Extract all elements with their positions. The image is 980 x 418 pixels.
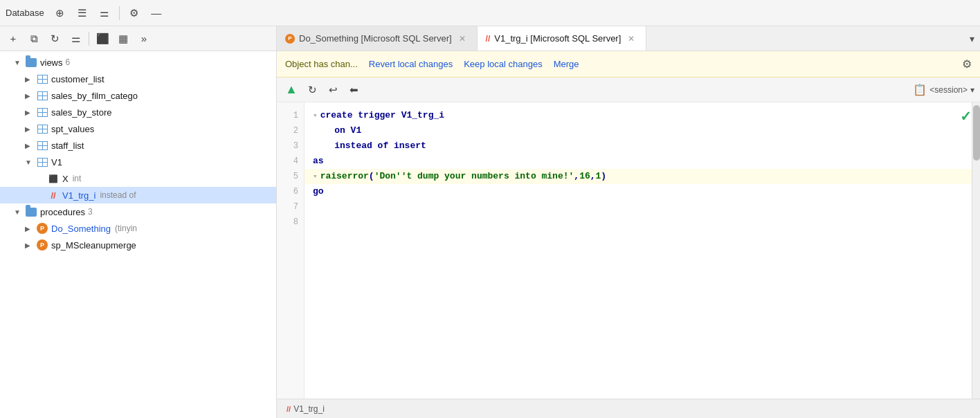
tabs-chevron[interactable]: ▾ bbox=[964, 33, 980, 44]
code-line-6: go bbox=[305, 184, 980, 199]
separator bbox=[119, 6, 120, 20]
view-icon-staff-list bbox=[36, 139, 48, 152]
bottom-tab-trigger-icon: // bbox=[287, 405, 291, 413]
code-line-5: ▾raiserror('Don''t dump your numbers int… bbox=[305, 169, 980, 184]
label-x: X bbox=[62, 174, 69, 184]
session-icon: 📋 bbox=[913, 83, 927, 96]
view-button[interactable]: ⬛ bbox=[93, 30, 111, 48]
line-num-1: 1 bbox=[277, 108, 304, 123]
line-num-2: 2 bbox=[277, 123, 304, 138]
fold-icon-1[interactable]: ▾ bbox=[313, 108, 318, 123]
label-customer-list: customer_list bbox=[51, 74, 105, 84]
sidebar-item-x-column[interactable]: ⬛ X int bbox=[0, 170, 276, 187]
code-line-2: on V1 bbox=[305, 123, 980, 138]
merge-button[interactable]: Merge bbox=[554, 59, 579, 69]
minimize-button[interactable]: — bbox=[147, 4, 165, 22]
view-icon-sales-film bbox=[36, 89, 48, 102]
refresh-editor-button[interactable]: ↻ bbox=[303, 81, 321, 99]
sidebar-toolbar: + ⧉ ↻ ⚌ ⬛ ▦ » bbox=[0, 26, 276, 51]
column-icon-x: ⬛ bbox=[47, 172, 60, 185]
sidebar-item-procedures[interactable]: ▼ procedures 3 bbox=[0, 203, 276, 220]
keep-local-changes-button[interactable]: Keep local changes bbox=[464, 59, 542, 69]
kw-create-trigger: create trigger bbox=[320, 108, 396, 123]
add-item-button[interactable]: + bbox=[4, 30, 22, 48]
label-staff-list: staff_list bbox=[51, 140, 84, 151]
tab-v1-trg-i[interactable]: // V1_trg_i [Microsoft SQL Server] ✕ bbox=[478, 26, 647, 51]
fn-raiserror: raiserror bbox=[320, 169, 369, 184]
sidebar-item-do-something[interactable]: ▶ P Do_Something (tinyin bbox=[0, 220, 276, 237]
filter-button[interactable]: ⚌ bbox=[66, 30, 84, 48]
notification-settings-icon[interactable]: ⚙ bbox=[962, 57, 972, 71]
meta-do-something: (tinyin bbox=[115, 224, 137, 233]
meta-x: int bbox=[73, 174, 82, 183]
trigger-icon-v1-trg-i: // bbox=[47, 189, 60, 201]
bottom-tab-v1-trg-i[interactable]: // V1_trg_i bbox=[282, 403, 329, 415]
fold-icon-5[interactable]: ▾ bbox=[313, 169, 318, 184]
code-paren2: ) bbox=[601, 169, 606, 184]
sidebar-item-spt-values[interactable]: ▶ spt_values bbox=[0, 120, 276, 137]
arrow-spt-values: ▶ bbox=[25, 125, 36, 133]
code-content[interactable]: ▾create trigger V1_trg_i on V1 instead o… bbox=[305, 102, 980, 399]
sidebar-item-v1[interactable]: ▼ V1 bbox=[0, 154, 276, 170]
copy-button[interactable]: ⧉ bbox=[25, 30, 43, 48]
code-line-8 bbox=[305, 215, 980, 230]
tab-do-something[interactable]: P Do_Something [Microsoft SQL Server] ✕ bbox=[277, 26, 478, 51]
sidebar-item-customer-list[interactable]: ▶ customer_list bbox=[0, 71, 276, 87]
more-button[interactable]: » bbox=[135, 30, 153, 48]
code-comma2: , bbox=[590, 169, 596, 184]
check-icon: ✓ bbox=[960, 108, 972, 125]
label-sp-ms: sp_MScleanupmerge bbox=[51, 240, 136, 251]
run-button[interactable]: ▲ bbox=[282, 81, 300, 99]
scrollbar-thumb[interactable] bbox=[973, 105, 980, 161]
label-sales-store: sales_by_store bbox=[51, 107, 111, 118]
right-scrollbar[interactable] bbox=[972, 102, 980, 399]
proc-icon-do-something: P bbox=[36, 222, 48, 235]
view-icon-spt-values bbox=[36, 122, 48, 135]
add-button[interactable]: ⊕ bbox=[51, 4, 69, 22]
main-area: + ⧉ ↻ ⚌ ⬛ ▦ » ▼ views 6 ▶ customer_list bbox=[0, 26, 980, 418]
line-num-5: 5 bbox=[277, 169, 304, 184]
arrow-sales-film: ▶ bbox=[25, 92, 36, 100]
code-v1: V1 bbox=[345, 123, 361, 138]
refresh-button[interactable]: ↻ bbox=[46, 30, 64, 48]
proc-icon-sp-ms: P bbox=[36, 239, 48, 251]
sidebar-item-sp-mscleanup[interactable]: ▶ P sp_MScleanupmerge bbox=[0, 237, 276, 253]
sidebar-item-staff-list[interactable]: ▶ staff_list bbox=[0, 137, 276, 154]
line-num-7: 7 bbox=[277, 199, 304, 215]
tab-close-v1-trg-i[interactable]: ✕ bbox=[625, 33, 637, 45]
sidebar-item-v1-trg-i[interactable]: // V1_trg_i instead of bbox=[0, 187, 276, 203]
badge-procedures: 3 bbox=[88, 207, 93, 217]
code-num1: 16 bbox=[579, 169, 590, 184]
arrow-customer-list: ▶ bbox=[25, 75, 36, 83]
settings-button[interactable]: ⚙ bbox=[125, 4, 143, 22]
code-v1-trg-i: V1_trg_i bbox=[396, 108, 444, 123]
code-line-4: as bbox=[305, 154, 980, 169]
label-do-something: Do_Something bbox=[51, 224, 111, 234]
format-button[interactable]: ☰ bbox=[73, 4, 91, 22]
undo-button[interactable]: ↩ bbox=[324, 81, 342, 99]
kw-as: as bbox=[313, 154, 324, 169]
label-v1-trg-i: V1_trg_i bbox=[62, 190, 96, 201]
navigate-back-button[interactable]: ⬅ bbox=[345, 81, 363, 99]
database-label: Database bbox=[6, 8, 44, 18]
format2-button[interactable]: ⚌ bbox=[96, 4, 114, 22]
sidebar-item-views[interactable]: ▼ views 6 bbox=[0, 54, 276, 71]
sidebar-item-sales-film[interactable]: ▶ sales_by_film_catego bbox=[0, 87, 276, 104]
label-views: views bbox=[40, 57, 63, 68]
session-selector[interactable]: 📋 <session> ▾ bbox=[913, 83, 974, 96]
label-spt-values: spt_values bbox=[51, 124, 94, 134]
line-num-6: 6 bbox=[277, 184, 304, 199]
sidebar-item-sales-store[interactable]: ▶ sales_by_store bbox=[0, 104, 276, 120]
table-button[interactable]: ▦ bbox=[114, 30, 132, 48]
sidebar: + ⧉ ↻ ⚌ ⬛ ▦ » ▼ views 6 ▶ customer_list bbox=[0, 26, 277, 418]
kw-on: on bbox=[313, 123, 345, 138]
folder-icon-procedures bbox=[25, 206, 37, 218]
notification-bar: Object has chan... Revert local changes … bbox=[277, 51, 980, 78]
tab-proc-icon-do-something: P bbox=[285, 34, 295, 44]
top-toolbar: Database ⊕ ☰ ⚌ ⚙ — bbox=[0, 0, 980, 26]
arrow-do-something: ▶ bbox=[25, 225, 36, 233]
line-numbers: 1 2 3 4 5 6 7 8 bbox=[277, 102, 305, 399]
code-line-7 bbox=[305, 199, 980, 215]
revert-local-changes-button[interactable]: Revert local changes bbox=[369, 59, 453, 69]
tab-close-do-something[interactable]: ✕ bbox=[456, 33, 469, 45]
